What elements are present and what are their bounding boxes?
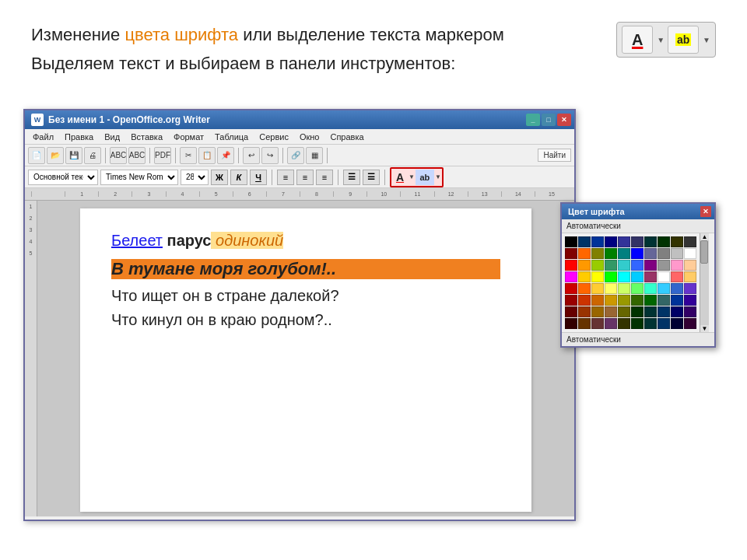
scrollbar-up-arrow[interactable]: ▲: [702, 233, 708, 240]
new-button[interactable]: 📄: [28, 147, 45, 164]
color-cell[interactable]: [644, 236, 657, 247]
color-cell[interactable]: [591, 295, 604, 306]
color-cell[interactable]: [631, 318, 644, 329]
color-cell[interactable]: [644, 306, 657, 317]
color-cell[interactable]: [671, 271, 683, 282]
font-color-arrow[interactable]: ▼: [409, 173, 415, 180]
color-gray[interactable]: [658, 248, 670, 259]
menu-window[interactable]: Окно: [295, 131, 324, 142]
menu-edit[interactable]: Правка: [60, 131, 98, 142]
find-label[interactable]: Найти: [538, 149, 571, 162]
color-purple[interactable]: [644, 260, 657, 271]
link-button[interactable]: 🔗: [287, 147, 304, 164]
color-cell[interactable]: [565, 306, 577, 317]
color-cell[interactable]: [684, 306, 696, 317]
color-cell[interactable]: [618, 283, 630, 294]
menu-help[interactable]: Справка: [325, 131, 368, 142]
color-cell[interactable]: [631, 271, 644, 282]
color-cell[interactable]: [591, 236, 604, 247]
color-cell[interactable]: [618, 260, 630, 271]
color-cell[interactable]: [644, 318, 657, 329]
menu-table[interactable]: Таблица: [210, 131, 253, 142]
color-cell[interactable]: [618, 236, 630, 247]
color-cell[interactable]: [658, 271, 670, 282]
copy-button[interactable]: 📋: [198, 147, 216, 164]
color-cell[interactable]: [671, 260, 683, 271]
menu-file[interactable]: Файл: [28, 131, 58, 142]
color-cell[interactable]: [631, 260, 644, 271]
spellcheck-button[interactable]: ABC: [110, 147, 127, 164]
color-cell[interactable]: [631, 283, 644, 294]
color-cell[interactable]: [578, 318, 591, 329]
color-cell[interactable]: [631, 306, 644, 317]
color-cell[interactable]: [618, 248, 630, 259]
color-cell[interactable]: [644, 283, 657, 294]
color-cell[interactable]: [671, 318, 683, 329]
color-cell[interactable]: [684, 236, 696, 247]
doc-page[interactable]: Белеет парус одинокий В тумане моря голу…: [37, 201, 574, 516]
color-cell[interactable]: [605, 318, 617, 329]
color-cell[interactable]: [578, 248, 591, 259]
highlight-button[interactable]: ab: [668, 26, 699, 54]
color-cell[interactable]: [591, 260, 604, 271]
close-button[interactable]: ✕: [557, 114, 571, 126]
color-cyan[interactable]: [618, 271, 630, 282]
list-number-button[interactable]: ☰: [363, 170, 380, 185]
menu-tools[interactable]: Сервис: [254, 131, 293, 142]
scrollbar-down-arrow[interactable]: ▼: [702, 325, 708, 332]
color-blue[interactable]: [631, 248, 644, 259]
popup-scrollbar[interactable]: ▲ ▼: [700, 233, 709, 332]
color-cell[interactable]: [605, 283, 617, 294]
style-select[interactable]: Основной текст: [28, 170, 98, 185]
spellcheck2-button[interactable]: ABC: [128, 147, 146, 164]
font-color-toolbar-button[interactable]: A: [392, 170, 408, 185]
color-red[interactable]: [565, 260, 577, 271]
color-cell[interactable]: [671, 306, 683, 317]
undo-button[interactable]: ↩: [243, 147, 260, 164]
font-select[interactable]: Times New Roman: [100, 170, 178, 185]
color-cell[interactable]: [658, 236, 670, 247]
color-cell[interactable]: [658, 283, 670, 294]
color-cell[interactable]: [605, 306, 617, 317]
cut-button[interactable]: ✂: [180, 147, 197, 164]
color-cell[interactable]: [658, 295, 670, 306]
color-fuchsia[interactable]: [565, 271, 577, 282]
color-cell[interactable]: [591, 248, 604, 259]
menu-view[interactable]: Вид: [100, 131, 124, 142]
color-cell[interactable]: [671, 236, 683, 247]
color-cell[interactable]: [591, 318, 604, 329]
highlight-arrow[interactable]: ▼: [435, 173, 441, 180]
color-cell[interactable]: [658, 318, 670, 329]
color-cell[interactable]: [605, 236, 617, 247]
color-cell[interactable]: [578, 260, 591, 271]
color-cell[interactable]: [684, 271, 696, 282]
bold-button[interactable]: Ж: [211, 170, 228, 185]
color-cell[interactable]: [644, 271, 657, 282]
color-cell[interactable]: [658, 260, 670, 271]
color-cell[interactable]: [684, 318, 696, 329]
color-cell[interactable]: [578, 295, 591, 306]
color-cell[interactable]: [631, 295, 644, 306]
color-cell[interactable]: [618, 306, 630, 317]
color-cell[interactable]: [684, 295, 696, 306]
color-cell[interactable]: [578, 306, 591, 317]
maximize-button[interactable]: □: [542, 114, 556, 126]
list-bullet-button[interactable]: ☰: [343, 170, 360, 185]
italic-button[interactable]: К: [230, 170, 247, 185]
pdf-button[interactable]: PDF: [154, 147, 171, 164]
paste-button[interactable]: 📌: [217, 147, 234, 164]
minimize-button[interactable]: _: [526, 114, 540, 126]
color-cell[interactable]: [565, 318, 577, 329]
color-cell[interactable]: [618, 295, 630, 306]
color-cell[interactable]: [684, 283, 696, 294]
color-cell[interactable]: [578, 271, 591, 282]
color-cell[interactable]: [578, 236, 591, 247]
color-lime[interactable]: [605, 271, 617, 282]
color-cell[interactable]: [671, 295, 683, 306]
color-cell[interactable]: [658, 306, 670, 317]
color-cell[interactable]: [631, 236, 644, 247]
highlight-toolbar-button[interactable]: ab: [416, 170, 434, 185]
open-button[interactable]: 📂: [47, 147, 64, 164]
color-black[interactable]: [565, 236, 577, 247]
color-cell[interactable]: [644, 295, 657, 306]
